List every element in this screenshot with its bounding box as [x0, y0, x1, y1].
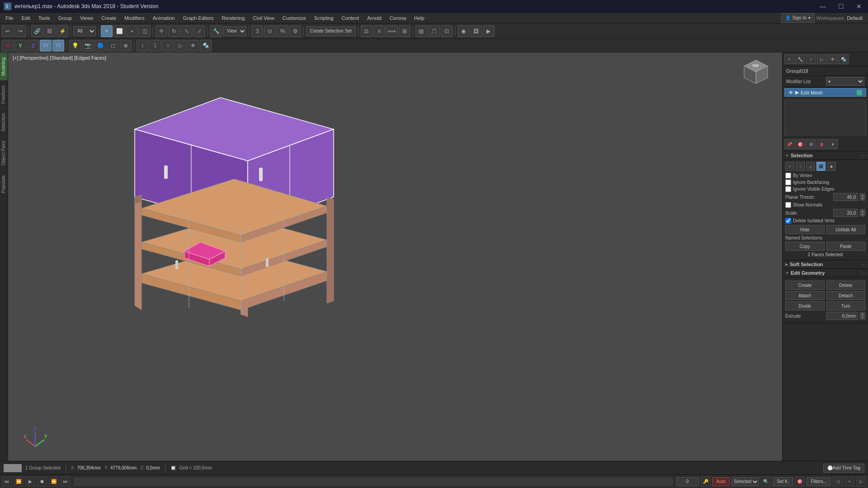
go-to-end-button[interactable]: ⏭: [61, 477, 71, 487]
nav-cube[interactable]: TOP: [741, 58, 769, 85]
auto-key-button[interactable]: Auto: [712, 477, 730, 486]
menu-tools[interactable]: Tools: [35, 14, 54, 22]
percent-snap-button[interactable]: %: [277, 25, 288, 37]
render-setup-button[interactable]: 🖼: [470, 25, 482, 37]
menu-corona[interactable]: Corona: [386, 14, 410, 22]
prev-key-icon[interactable]: ◁: [833, 477, 843, 487]
pivot-icon[interactable]: ⊕: [120, 40, 132, 52]
reference-coord-button[interactable]: 🔧: [210, 25, 222, 37]
add-key-icon[interactable]: +: [844, 477, 854, 487]
spacing-button[interactable]: ⟺: [386, 25, 398, 37]
angle-snap-button[interactable]: ⊙: [264, 25, 276, 37]
spinner-snap-button[interactable]: ⚙: [289, 25, 301, 37]
menu-edit[interactable]: Edit: [18, 14, 34, 22]
next-frame-button[interactable]: ⏩: [49, 477, 59, 487]
clone-align-button[interactable]: ⊞: [399, 25, 410, 37]
shapes-icon[interactable]: ◻: [107, 40, 119, 52]
filter-dropdown[interactable]: All: [73, 26, 96, 36]
close-button[interactable]: ✕: [850, 0, 868, 13]
element-mode-icon[interactable]: ◆: [827, 162, 836, 171]
move-button[interactable]: ✛: [156, 25, 167, 37]
frame-input[interactable]: 0: [676, 477, 699, 486]
next-key-icon[interactable]: ▷: [856, 477, 866, 487]
motion-button[interactable]: ▷: [175, 40, 186, 52]
go-to-start-button[interactable]: ⏮: [2, 477, 12, 487]
modifier-edit-mesh[interactable]: 👁 ▶ Edit Mesh: [784, 88, 866, 97]
axis-y-button[interactable]: Y: [14, 40, 26, 52]
schematic-view-button[interactable]: ⊡: [441, 25, 453, 37]
create-button[interactable]: Create: [785, 281, 825, 290]
set-key-button[interactable]: Set K.: [773, 477, 793, 486]
viewport[interactable]: [+] [Perspective] [Standard] [Edged Face…: [8, 52, 782, 461]
search-tracks-icon[interactable]: 🔍: [761, 477, 771, 487]
menu-help[interactable]: Help: [410, 14, 428, 22]
redo-button[interactable]: ↪: [14, 25, 26, 37]
select-crossing-button[interactable]: ◫: [139, 25, 151, 37]
show-normals-checkbox[interactable]: [785, 202, 791, 208]
hide-button[interactable]: Hide: [785, 225, 825, 234]
layer-mgr-button[interactable]: ▤: [415, 25, 427, 37]
extrude-up[interactable]: ▲: [860, 312, 865, 316]
undo-button[interactable]: ↩: [2, 25, 14, 37]
selection-section-header[interactable]: ▼ Selection ─: [783, 151, 868, 160]
align-button[interactable]: ≡: [373, 25, 385, 37]
create-tab-icon[interactable]: +: [784, 54, 794, 64]
extrude-spinner[interactable]: ▲ ▼: [860, 312, 865, 319]
ignore-backfacing-checkbox[interactable]: [785, 179, 791, 185]
scale2-button[interactable]: ⤢: [193, 25, 205, 37]
hierarchy-button[interactable]: ⑂: [162, 40, 174, 52]
motion-tab-icon[interactable]: ▷: [817, 54, 827, 64]
by-vertex-checkbox[interactable]: [785, 173, 791, 178]
sidebar-tab-modeling[interactable]: Modeling: [0, 52, 8, 80]
scale-down[interactable]: ▼: [860, 213, 865, 216]
sidebar-tab-object-paint[interactable]: Object Paint: [0, 136, 8, 170]
snap2d-button[interactable]: 3: [251, 25, 263, 37]
menu-rendering[interactable]: Rendering: [218, 14, 249, 22]
make-unique-icon[interactable]: ✦: [828, 139, 838, 149]
select-region-button[interactable]: ⬜: [113, 25, 125, 37]
mirror-button[interactable]: ⚖: [361, 25, 373, 37]
scale-up[interactable]: ▲: [860, 209, 865, 213]
soft-selection-header[interactable]: ▶ Soft Selection ─: [783, 260, 868, 269]
select-by-modifier-icon[interactable]: 🎯: [795, 139, 805, 149]
material-editor-button[interactable]: ◉: [458, 25, 469, 37]
hierarchy-tab-icon[interactable]: ⑂: [806, 54, 816, 64]
viewport-dropdown[interactable]: View: [223, 26, 246, 36]
planar-thresh-spinner[interactable]: ▲ ▼: [860, 193, 865, 201]
menu-scripting[interactable]: Scripting: [311, 14, 337, 22]
stop-button[interactable]: ⏹: [37, 477, 47, 487]
select-window-button[interactable]: ▪: [126, 25, 138, 37]
window-controls[interactable]: — ☐ ✕: [814, 0, 868, 13]
axis-xy-button[interactable]: XY: [40, 40, 52, 52]
nav-cube-svg[interactable]: TOP: [741, 58, 771, 87]
detach-button[interactable]: Detach: [826, 291, 866, 300]
menu-civil-view[interactable]: Civil View: [249, 14, 278, 22]
light-icon[interactable]: 💡: [69, 40, 81, 52]
modify-tab-icon[interactable]: 🔧: [795, 54, 805, 64]
time-track[interactable]: [74, 478, 673, 486]
minimize-button[interactable]: —: [814, 0, 832, 13]
scale-button[interactable]: ⤡: [181, 25, 193, 37]
menu-arnold[interactable]: Arnold: [363, 14, 385, 22]
add-time-tag-button[interactable]: 🕐 Add Time Tag: [823, 464, 864, 473]
create-selection-set-button[interactable]: Create Selection Set: [306, 26, 356, 36]
edge-mode-icon[interactable]: /: [796, 162, 805, 171]
turn-button[interactable]: Turn: [826, 301, 866, 310]
prev-frame-button[interactable]: ⏪: [14, 477, 24, 487]
modifier-list-dropdown[interactable]: ▾: [826, 77, 865, 86]
track-view-button[interactable]: 🎵: [428, 25, 440, 37]
scale-spinner[interactable]: ▲ ▼: [860, 209, 865, 216]
toggle-ribbon-button[interactable]: ↕: [137, 40, 148, 52]
pin-stack-icon[interactable]: 📌: [784, 139, 794, 149]
axis-yz-button[interactable]: YZ: [52, 40, 64, 52]
vertex-mode-icon[interactable]: •: [785, 162, 794, 171]
utilities-button[interactable]: 🔩: [200, 40, 212, 52]
delete-modifier-icon[interactable]: 🗑: [817, 139, 827, 149]
attach-button[interactable]: Attach: [785, 291, 825, 300]
axis-x-button[interactable]: X: [2, 40, 14, 52]
ignore-visible-edges-checkbox[interactable]: [785, 186, 791, 192]
play-button[interactable]: ▶: [25, 477, 35, 487]
menu-graph-editors[interactable]: Graph Editors: [179, 14, 217, 22]
menu-create[interactable]: Create: [98, 14, 120, 22]
link-button[interactable]: 🔗: [31, 25, 43, 37]
